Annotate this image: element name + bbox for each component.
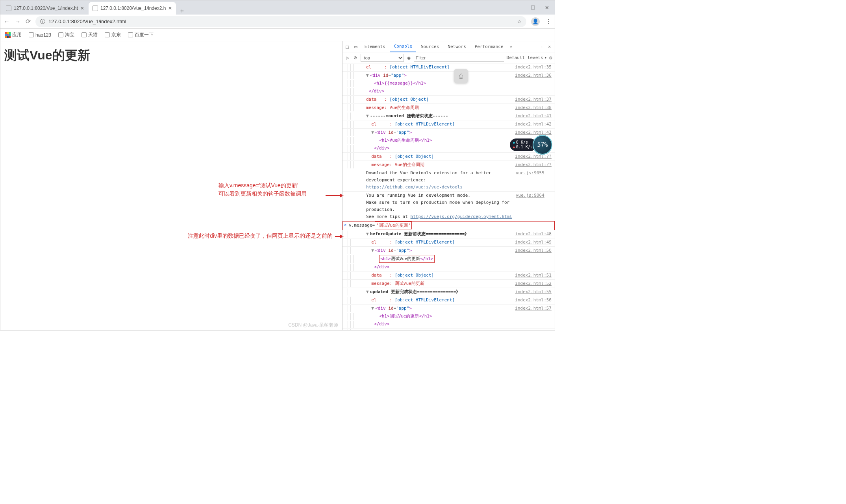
console-input-highlighted: >v.message='测试Vue的更新' [342,221,555,230]
chevron-down-icon[interactable]: ▼ [366,288,370,295]
tab-console[interactable]: Console [390,41,416,52]
source-link[interactable]: index2.html:35 [515,64,555,71]
apps-icon [5,32,11,38]
bookmark-tmall[interactable]: 天猫 [81,31,98,38]
reload-button[interactable]: ⟳ [26,18,31,25]
devtools-menu-icon[interactable]: ⋮ [540,44,544,49]
tab-network[interactable]: Network [444,41,470,52]
source-link[interactable]: index2.html:36 [515,72,555,79]
page-icon [81,32,87,37]
chevron-down-icon[interactable]: ▼ [371,129,375,136]
chevron-down-icon[interactable]: ▼ [366,72,370,79]
page-icon [6,6,11,11]
source-link[interactable]: vue.js:9064 [516,192,548,220]
bookmark-hao123[interactable]: hao123 [29,32,51,38]
back-button[interactable]: ← [4,18,10,25]
gear-icon[interactable]: ⚙ [549,55,552,61]
page-icon [29,32,34,37]
apps-label: 应用 [12,31,22,38]
clear-console-icon[interactable]: ⊘ [353,55,358,61]
page-icon [105,32,110,37]
chevron-down-icon[interactable]: ▼ [366,113,370,120]
usb-device-icon[interactable]: ⎙ [454,69,468,83]
source-link[interactable]: index2.html:38 [515,104,555,111]
source-link[interactable]: index2.html:55 [515,288,555,295]
device-toggle-icon[interactable]: ▭ [352,44,360,50]
console-toolbar: ▷ ⊘ top ◉ Default levels ▾ ⚙ [342,52,555,63]
arrow-icon [335,236,343,237]
page-heading: 测试Vue的更新 [4,47,338,64]
forward-button[interactable]: → [15,18,21,25]
source-link[interactable]: index2.html:41 [515,113,555,120]
maximize-button[interactable]: ☐ [531,5,535,11]
source-link[interactable]: index2.html:49 [515,239,555,246]
apps-button[interactable]: 应用 [5,31,22,38]
bookmark-taobao[interactable]: 淘宝 [58,31,74,38]
source-link[interactable]: index2.html:42 [515,121,555,128]
watermark: CSDN @Java-呆萌老师 [288,322,338,329]
bookmarks-bar: 应用 hao123 淘宝 天猫 京东 百度一下 [0,29,555,41]
profile-avatar-icon[interactable]: 👤 [531,17,540,26]
devtools-tabstrip: ⬚ ▭ Elements Console Sources Network Per… [342,41,555,52]
element-picker-icon[interactable]: ⬚ [343,44,351,50]
console-output[interactable]: el : [object HTMLDivElement] index2.html… [342,63,555,330]
source-link[interactable]: index2.html:58 [515,329,555,330]
chevron-down-icon[interactable]: ▼ [371,247,375,254]
chevron-down-icon[interactable]: ▼ [371,305,375,312]
tab-elements[interactable]: Elements [361,41,389,52]
browser-tab-0[interactable]: 127.0.0.1:8020/Vue_1/index.ht ✕ [2,2,89,15]
bookmark-jd[interactable]: 京东 [105,31,121,38]
info-icon[interactable]: ⓘ [40,18,45,25]
source-link[interactable]: index2.html:50 [515,247,555,254]
address-bar[interactable]: ⓘ 127.0.0.1:8020/Vue_1/index2.html ☆ [35,16,526,27]
source-link[interactable]: index2.html:51 [515,272,555,279]
star-icon[interactable]: ☆ [517,18,522,24]
tab-performance[interactable]: Performance [471,41,507,52]
tab-sources[interactable]: Sources [417,41,443,52]
annotation-2: 注意此时div里的数据已经变了，但网页上显示的还是之前的 [188,232,333,240]
source-link[interactable]: index2.html:37 [515,96,555,103]
arrow-icon [326,195,343,196]
close-icon[interactable]: ✕ [80,6,84,11]
devtools-panel: ⬚ ▭ Elements Console Sources Network Per… [342,41,555,330]
source-link[interactable]: index2.html:52 [515,280,555,287]
network-speed-widget[interactable]: 0 K/s 0.1 K/s 57% [510,135,552,155]
link[interactable]: https://vuejs.org/guide/deployment.html [411,214,512,219]
page-icon [93,6,98,11]
page-icon [58,32,63,37]
browser-nav-row: ← → ⟳ ⓘ 127.0.0.1:8020/Vue_1/index2.html… [0,15,555,29]
close-window-button[interactable]: ✕ [545,5,549,11]
page-icon [128,32,133,37]
browser-tab-1[interactable]: 127.0.0.1:8020/Vue_1/index2.h ✕ [89,2,176,15]
source-link[interactable]: index2.html:48 [515,231,555,238]
more-tabs-icon[interactable]: » [510,44,513,49]
new-tab-button[interactable]: + [176,7,188,15]
close-icon[interactable]: ✕ [168,6,172,11]
devtools-close-icon[interactable]: ✕ [548,44,551,49]
annotation-1: 输入v.message='测试Vue的更新' 可以看到更新相关的钩子函数被调用 [218,181,307,198]
source-link[interactable]: vue.js:9055 [516,170,548,191]
live-expression-icon[interactable]: ◉ [406,55,412,61]
source-link[interactable]: index2.html:56 [515,297,555,304]
source-link[interactable]: index2.html:57 [515,305,555,312]
menu-icon[interactable]: ⋮ [545,18,552,25]
minimize-button[interactable]: — [516,5,521,11]
url-text: 127.0.0.1:8020/Vue_1/index2.html [48,18,126,24]
console-filter-input[interactable] [414,54,504,62]
play-icon[interactable]: ▷ [345,55,350,61]
browser-tab-strip: 127.0.0.1:8020/Vue_1/index.ht ✕ 127.0.0.… [0,0,555,15]
chevron-down-icon[interactable]: ▼ [366,231,370,238]
link[interactable]: https://github.com/vuejs/vue-devtools [366,185,463,190]
highlighted-h1: <h1>测试Vue的更新</h1> [379,255,435,263]
source-link[interactable]: index2.html:?? [515,161,555,168]
accelerator-ball[interactable]: 57% [533,135,552,155]
log-level-select[interactable]: Default levels ▾ [507,55,547,60]
tab-title: 127.0.0.1:8020/Vue_1/index.ht [14,6,78,11]
page-content: 测试Vue的更新 输入v.message='测试Vue的更新' 可以看到更新相关… [0,41,342,330]
tab-title: 127.0.0.1:8020/Vue_1/index2.h [100,6,166,11]
execution-context-select[interactable]: top [361,54,404,62]
bookmark-baidu[interactable]: 百度一下 [128,31,154,38]
